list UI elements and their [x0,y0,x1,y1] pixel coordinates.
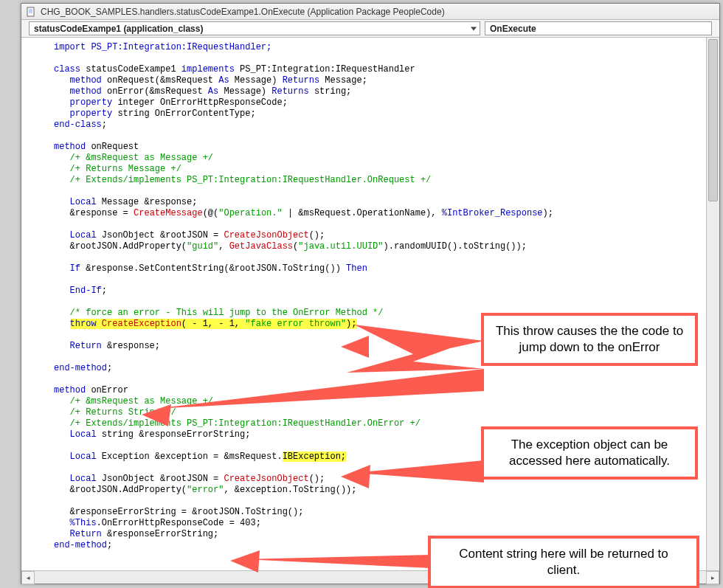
v-scroll-thumb[interactable] [708,39,718,201]
editor-window: CHG_BOOK_SAMPLES.handlers.statusCodeExam… [21,3,720,584]
callout-content: Content string here will be returned to … [428,536,699,588]
window-title: CHG_BOOK_SAMPLES.handlers.statusCodeExam… [41,7,445,17]
svg-rect-0 [27,7,34,16]
titlebar: CHG_BOOK_SAMPLES.handlers.statusCodeExam… [21,4,719,20]
code-area[interactable]: import PS_PT:Integration:IRequestHandler… [21,38,719,570]
method-dropdown-label: OnExecute [490,24,536,34]
chevron-down-icon [471,27,477,30]
scroll-right-button[interactable]: ▸ [706,571,719,584]
callout-throw-text: This throw causes the the code to jump d… [496,324,683,354]
method-dropdown[interactable]: OnExecute [485,21,712,35]
callout-content-text: Content string here will be returned to … [459,547,668,577]
callout-exception-text: The exception object can be accessed her… [509,437,670,468]
class-dropdown-label: statusCodeExampe1 (application_class) [34,24,203,34]
callout-exception: The exception object can be accessed her… [481,426,698,480]
dropdown-row: statusCodeExampe1 (application_class) On… [21,20,719,38]
callout-throw: This throw causes the the code to jump d… [481,313,698,366]
scroll-left-button[interactable]: ◂ [21,571,35,584]
v-scrollbar[interactable] [706,38,719,570]
file-icon [26,7,36,17]
class-dropdown[interactable]: statusCodeExampe1 (application_class) [29,21,480,35]
